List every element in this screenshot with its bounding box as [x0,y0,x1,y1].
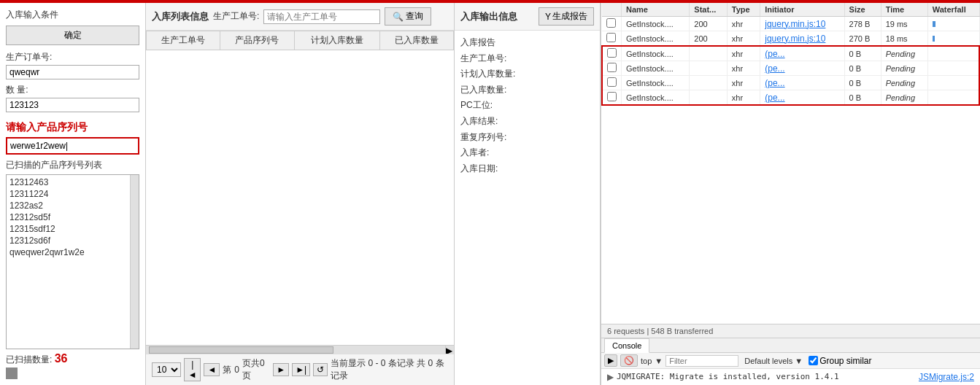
refresh-btn[interactable]: ↺ [313,363,328,376]
horizontal-scrollbar[interactable]: ▶ [146,345,454,354]
row-checkbox[interactable] [607,48,617,58]
dropdown-icon[interactable]: ▼ [655,357,663,365]
table-row: GetInstock.... xhr (pe... 0 B Pending [602,46,979,61]
execute-btn[interactable]: ▶ [604,354,617,367]
col-planned-qty: 计划入库数量 [294,31,379,50]
table-row: GetInstock.... xhr (pe... 0 B Pending [602,76,979,90]
scanned-list: 12312463123112241232as212312sd5f12315sdf… [6,174,139,349]
middle-work-order-input[interactable] [263,9,380,24]
row-time: 19 ms [881,17,927,31]
report-line: 入库日期: [460,161,594,177]
network-table: Name Stat... Type Initiator Size Time Wa… [601,3,980,106]
report-line: 重复序列号: [460,130,594,146]
last-page-btn[interactable]: ►| [292,363,310,376]
list-item: 12311224 [9,188,136,200]
main-content: 入库输入条件 确定 生产订单号: 数 量: 请输入产品序列号 已扫描的产品序列号… [0,3,980,385]
row-type: xhr [727,17,760,31]
col-size: Size [844,3,881,17]
scroll-right-btn[interactable]: ▶ [445,346,454,354]
initiator-link[interactable]: (pe... [765,49,784,59]
row-checkbox[interactable] [607,77,617,87]
quantity-row: 数 量: [6,84,139,112]
row-size: 0 B [844,61,881,76]
row-time: Pending [881,61,927,76]
initiator-link[interactable]: (pe... [765,63,784,74]
group-similar-checkbox[interactable] [809,356,818,365]
row-name: GetInstock.... [622,76,690,90]
list-item: qweqwer2qwr1w2e [9,246,136,258]
list-item: 12312sd6f [9,235,136,246]
row-time: Pending [881,76,927,90]
expand-arrow[interactable]: ▶ [607,372,614,382]
report-line: 入库报告 [460,35,594,51]
initiator-link[interactable]: jquery.min.js:10 [765,19,825,29]
row-initiator: (pe... [760,46,844,61]
col-product-serial: 产品序列号 [220,31,294,50]
row-initiator: jquery.min.js:10 [760,17,844,31]
right-header: 入库输出信息 Y 生成报告 [455,3,600,31]
scroll-thumb[interactable] [149,346,333,354]
console-source-link[interactable]: JSMigrate.js:2 [919,372,974,382]
search-icon: 🔍 [393,12,404,22]
row-waterfall [927,61,979,76]
data-table: 生产工单号 产品序列号 计划入库数量 已入库数量 [146,31,454,50]
row-status: 200 [690,31,728,47]
prev-page-btn[interactable]: ◄ [204,363,220,376]
row-checkbox-cell [602,17,622,31]
first-page-btn[interactable]: |◄ [184,358,201,381]
per-page-select[interactable]: 10 20 50 [152,362,181,377]
scanned-list-inner: 12312463123112241232as212312sd5f12315sdf… [7,175,139,260]
clear-btn[interactable]: 🚫 [620,354,638,367]
row-name: GetInstock.... [622,90,690,106]
col-time: Time [881,3,927,17]
generate-report-button[interactable]: Y 生成报告 [539,7,594,26]
middle-panel: 入库列表信息 生产工单号: 🔍 查询 生产工单号 产品序列号 计划入库数量 已入… [146,3,455,385]
row-time: Pending [881,90,927,106]
row-name: GetInstock.... [622,31,690,47]
work-order-label: 生产订单号: [6,51,139,63]
query-button[interactable]: 🔍 查询 [385,7,431,26]
report-key: 重复序列号: [460,130,506,146]
next-page-btn[interactable]: ► [273,363,289,376]
initiator-link[interactable]: jquery.min.js:10 [765,34,825,44]
initiator-link[interactable]: (pe... [765,78,784,88]
console-log-item: ▶ JQMIGRATE: Migrate is installed, versi… [607,372,974,382]
row-status [690,90,728,106]
table-row: GetInstock.... xhr (pe... 0 B Pending [602,90,979,106]
scanned-list-title: 已扫描的产品序列号列表 [6,159,139,171]
tab-console[interactable]: Console [604,338,649,353]
list-item: 12315sdf12 [9,223,136,235]
pagination-bar: 10 20 50 |◄ ◄ 第 0 页共0页 ► ►| ↺ 当前显示 0 - 0… [146,354,454,385]
row-checkbox[interactable] [607,92,617,101]
initiator-link[interactable]: (pe... [765,93,784,103]
level-select[interactable]: Default levels ▼ [744,357,803,365]
col-checkbox [602,3,622,17]
quantity-input[interactable] [6,98,139,112]
scanned-list-scrollbar[interactable] [130,175,139,349]
report-line: 入库者: [460,145,594,161]
col-name: Name [622,3,690,17]
row-checkbox[interactable] [607,63,617,72]
confirm-button[interactable]: 确定 [6,26,139,45]
table-row: GetInstock.... 200 xhr jquery.min.js:10 … [602,31,979,47]
nav-icon[interactable] [6,368,18,379]
row-checkbox[interactable] [606,18,616,28]
count-label: 已扫描数量: [6,354,52,365]
table-row: GetInstock.... 200 xhr jquery.min.js:10 … [602,17,979,31]
col-waterfall: Waterfall [927,3,979,17]
row-status [690,61,728,76]
row-size: 0 B [844,90,881,106]
console-filter-input[interactable] [665,355,738,367]
col-type: Type [727,3,760,17]
row-name: GetInstock.... [622,46,690,61]
work-order-input[interactable] [6,65,139,79]
product-serial-input[interactable] [6,137,139,155]
middle-header: 入库列表信息 生产工单号: 🔍 查询 [146,3,454,31]
report-line: 入库结果: [460,114,594,130]
middle-title: 入库列表信息 [152,10,209,23]
row-checkbox[interactable] [606,33,616,42]
list-item: 12312463 [9,176,136,188]
page-number: 0 [234,365,239,375]
row-type: xhr [727,61,760,76]
row-name: GetInstock.... [622,61,690,76]
